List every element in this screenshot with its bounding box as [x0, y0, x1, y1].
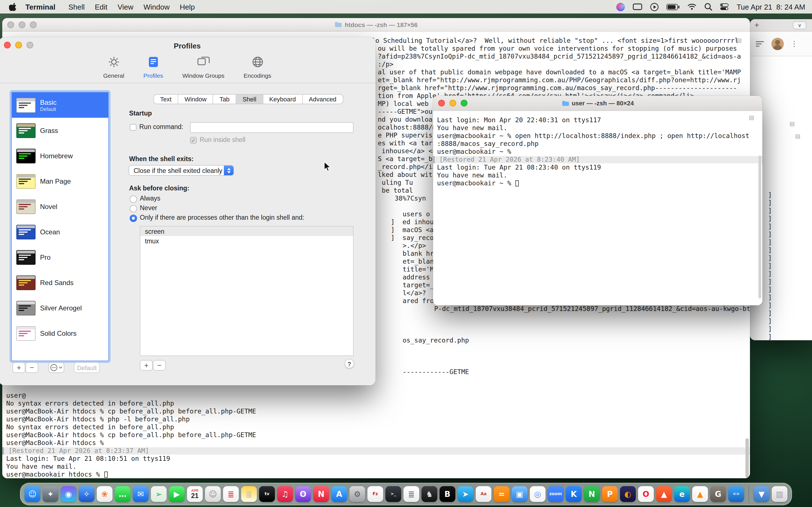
toolbar-item-encodings[interactable]: Encodings	[239, 54, 276, 80]
profile-item-red-sands[interactable]: Red Sands	[12, 270, 108, 295]
tab-shell[interactable]: Shell	[236, 95, 263, 104]
dock-chess[interactable]: ♞	[421, 486, 437, 502]
close-button[interactable]	[438, 100, 445, 107]
avatar[interactable]	[771, 38, 784, 50]
menu-help[interactable]: Help	[175, 3, 200, 11]
remove-process-button[interactable]: −	[153, 360, 166, 371]
close-button[interactable]	[7, 21, 14, 28]
zoom-button[interactable]	[30, 21, 37, 28]
shell-exit-dropdown[interactable]: Close if the shell exited cleanly	[129, 165, 234, 176]
dock-notes[interactable]: ≣	[241, 486, 257, 502]
play-circle-icon[interactable]	[651, 3, 659, 11]
wifi-icon[interactable]	[688, 3, 697, 10]
profile-item-ocean[interactable]: Ocean	[12, 219, 108, 244]
control-center-icon[interactable]	[720, 3, 729, 10]
tab-window[interactable]: Window	[178, 95, 213, 104]
process-item-tmux[interactable]: tmux	[140, 236, 353, 245]
dock-podcasts[interactable]: ʘ	[295, 486, 311, 502]
dock-tv[interactable]: tv	[259, 486, 275, 502]
radio-never[interactable]	[130, 205, 137, 212]
remove-profile-button[interactable]: −	[26, 362, 38, 373]
screen-mirroring-icon[interactable]	[633, 3, 643, 10]
dock-telegram[interactable]: ➤	[458, 486, 473, 502]
dock-zoom[interactable]: zoom	[548, 486, 564, 502]
scrollbar-thumb[interactable]	[746, 438, 749, 478]
menu-shell[interactable]: Shell	[63, 3, 90, 11]
dock-terminal[interactable]: >_	[386, 486, 401, 502]
dock-brave[interactable]: ▲	[656, 486, 672, 502]
dock-calendar[interactable]: APR21	[187, 486, 203, 502]
minimize-button[interactable]	[18, 21, 26, 28]
process-item-screen[interactable]: screen	[140, 226, 353, 236]
spotlight-icon[interactable]	[705, 3, 712, 11]
menu-bar-clock[interactable]: Tue Apr 21 8: 24 AM	[737, 3, 805, 11]
kebab-menu-icon[interactable]: ⋮	[791, 40, 798, 48]
profile-item-pro[interactable]: Pro	[12, 244, 108, 270]
dock-pages[interactable]: P	[602, 486, 618, 502]
profile-item-homebrew[interactable]: Homebrew	[12, 143, 108, 168]
dock-facetime[interactable]: ▶	[169, 486, 185, 502]
dock-vscode[interactable]: <>	[728, 486, 744, 502]
profile-item-solid-colors[interactable]: Solid Colors	[12, 321, 108, 346]
toolbar-item-window-groups[interactable]: Window Groups	[178, 54, 229, 80]
profile-item-novel[interactable]: Novel	[12, 194, 108, 219]
minimize-button[interactable]	[449, 100, 456, 107]
dock-numbers[interactable]: N	[584, 486, 600, 502]
battery-icon[interactable]	[667, 4, 680, 10]
dock-reminders[interactable]: ≣	[223, 486, 239, 502]
dock-mail[interactable]: ✉	[133, 486, 149, 502]
run-command-input[interactable]	[190, 122, 354, 133]
run-inside-shell-checkbox[interactable]: ✓	[190, 137, 197, 144]
dock-textedit[interactable]: ≣	[403, 486, 419, 502]
dock-bbedit[interactable]: B	[440, 486, 455, 502]
dock-maps[interactable]: ➢	[151, 486, 167, 502]
dock-finder[interactable]: ☺	[24, 486, 40, 502]
dock-opera[interactable]: O	[638, 486, 654, 502]
dock-dictionary[interactable]: Aa	[476, 486, 492, 502]
htdocs-titlebar[interactable]: htdocs — -zsh — 187×56	[2, 18, 750, 32]
dock-news[interactable]: N	[313, 486, 329, 502]
dock-filezilla[interactable]: Fz	[367, 486, 383, 502]
dock-preview[interactable]: ▣	[512, 486, 527, 502]
dock-music[interactable]: ♫	[277, 486, 293, 502]
dock-messages[interactable]: …	[115, 486, 131, 502]
scrollbar-thumb[interactable]	[758, 156, 761, 298]
tab-tab[interactable]: Tab	[213, 95, 237, 104]
menu-view[interactable]: View	[112, 3, 139, 11]
dock-contacts[interactable]: ☺	[205, 486, 221, 502]
add-profile-button[interactable]: +	[12, 362, 26, 373]
tab-keyboard[interactable]: Keyboard	[263, 95, 303, 104]
dock-gimp[interactable]: G	[710, 486, 726, 502]
profile-item-man-page[interactable]: Man Page	[12, 168, 108, 194]
toolbar-item-general[interactable]: General	[99, 54, 129, 80]
dock-safari[interactable]: ✧	[79, 486, 94, 502]
profile-item-silver-aerogel[interactable]: Silver Aerogel	[12, 295, 108, 321]
dock-launchpad[interactable]: ✦	[43, 486, 58, 502]
profile-item-grass[interactable]: Grass	[12, 118, 108, 143]
user-titlebar[interactable]: user — -zsh — 80×24	[433, 96, 762, 111]
menu-edit[interactable]: Edit	[90, 3, 112, 11]
dock-chrome[interactable]: ◎	[530, 486, 546, 502]
radio-always[interactable]	[130, 195, 137, 203]
sort-icon[interactable]	[756, 40, 765, 47]
zoom-button[interactable]	[461, 100, 467, 107]
run-command-checkbox[interactable]	[130, 124, 137, 131]
add-process-button[interactable]: +	[140, 360, 153, 371]
toolbar-item-profiles[interactable]: Profiles	[139, 54, 168, 80]
dock-photos[interactable]: ❀	[97, 486, 112, 502]
radio-only[interactable]	[130, 215, 137, 222]
dock-appstore[interactable]: A	[331, 486, 347, 502]
dock-trash[interactable]: ▥	[772, 486, 788, 502]
profile-item-basic[interactable]: BasicDefault	[12, 93, 108, 118]
default-button[interactable]: Default	[74, 362, 100, 373]
tab-overview-button[interactable]: ∨	[793, 21, 806, 29]
apple-menu[interactable]	[9, 2, 16, 11]
dock-keynote[interactable]: K	[566, 486, 581, 502]
profile-actions-button[interactable]	[49, 362, 64, 373]
new-tab-button[interactable]: +	[755, 20, 759, 29]
dock-downloads[interactable]: ▼	[754, 486, 769, 502]
user-terminal-body[interactable]: Last login: Mon Apr 20 22:40:31 on ttys1…	[433, 111, 762, 305]
siri-icon[interactable]	[617, 3, 625, 11]
dock-vlc[interactable]: ▲	[692, 486, 708, 502]
dock-system-settings[interactable]: ⚙	[349, 486, 365, 502]
